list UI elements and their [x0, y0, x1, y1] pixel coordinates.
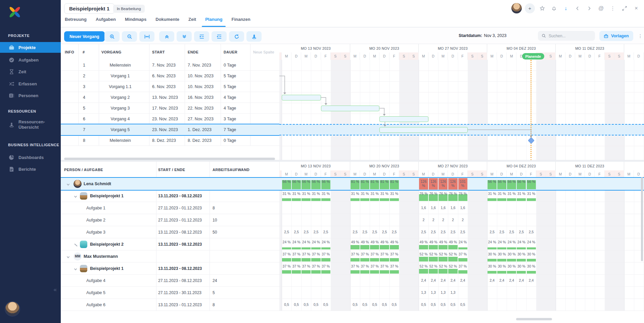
table-row[interactable]: 2Vorgang 16. Nov. 202310. Nov. 20235 Tag… [61, 71, 279, 81]
utilization-cell: 49 % [360, 238, 370, 250]
cell-dates: 27.11.2023 - 01.12.2023 [158, 214, 202, 226]
column-header-start: START [152, 44, 165, 60]
search-input[interactable] [549, 34, 586, 38]
chevron-down-icon[interactable] [66, 254, 70, 258]
task-row[interactable]: Aufgabe 127.11.2023 - 01.12.202381,61,61… [61, 202, 644, 214]
expand-all-button[interactable] [177, 31, 192, 42]
project-row[interactable]: Beispielprojekt 113.11.2023 - 08.12.2023… [61, 190, 644, 202]
kebab-icon[interactable]: ⋮ [608, 4, 617, 13]
gantt-bar[interactable] [379, 116, 428, 122]
person-row[interactable]: Lena Schmidt56 %56 %56 %56 %56 %81 %81 %… [61, 177, 644, 191]
star-icon[interactable] [538, 4, 547, 13]
utilization-bar [302, 270, 311, 274]
table-row[interactable]: 7Vorgang 523. Nov. 20231. Dez. 20237 Tag… [61, 124, 279, 136]
right-scrollbar[interactable] [641, 177, 643, 261]
chevron-down-icon[interactable] [66, 182, 70, 186]
tab-planung[interactable]: Planung [205, 17, 222, 27]
sidebar-item-personen[interactable]: Personen [0, 90, 61, 101]
utilization-cell: 49 % [438, 238, 448, 250]
indent-button[interactable] [194, 31, 209, 42]
chevron-down-icon[interactable] [74, 194, 78, 198]
grid-line [282, 60, 282, 160]
sidebar-item-berichte[interactable]: Berichte [0, 164, 61, 174]
table-row[interactable]: 5Vorgang 317. Nov. 202322. Nov. 20234 Ta… [61, 103, 279, 114]
toolbar-kebab-icon[interactable]: ⋮ [638, 32, 643, 40]
utilization-value: 2,5 [438, 230, 448, 234]
tab-dokumente[interactable]: Dokumente [155, 17, 179, 27]
sidebar-user-avatar[interactable] [5, 301, 20, 317]
person-row[interactable]: MMMax Mustermann37 %37 %37 %37 %37 %37 %… [61, 250, 644, 263]
milestone-diamond[interactable] [528, 137, 535, 144]
link-icon[interactable]: @ [597, 4, 605, 13]
table-row[interactable]: 3Vorgang 1.16. Nov. 202310. Nov. 20235 T… [61, 81, 279, 92]
chevron-down-icon[interactable] [74, 267, 78, 271]
download-icon[interactable]: ↓ [561, 4, 570, 13]
tab-mindmaps[interactable]: Mindmaps [125, 17, 146, 27]
toolbar-zoom-group [104, 31, 154, 42]
zoom-in-button[interactable] [104, 31, 120, 42]
utilization-bar [527, 259, 536, 261]
refresh-button[interactable] [229, 31, 244, 42]
task-row[interactable]: Aufgabe 427.11.2023 - 08.12.2023242,42,4… [61, 275, 644, 287]
left-table-scrollbar[interactable] [64, 158, 275, 160]
add-column-button[interactable]: Neue Spalte [253, 44, 274, 60]
sidebar-item-dashboards[interactable]: Dashboards [0, 152, 61, 163]
table-row[interactable]: 8Meilenstein8. Dez. 20238. Dez. 20230 Ta… [61, 135, 279, 146]
close-icon[interactable]: ✕ [632, 4, 641, 13]
new-task-button[interactable]: Neuer Vorgang [64, 31, 105, 42]
row-line [279, 71, 644, 71]
sidebar-item-ressourcen-bersicht[interactable]: Ressourcen-Übersicht [0, 117, 61, 133]
resource-button[interactable] [246, 31, 262, 42]
templates-button[interactable]: Vorlagen [599, 31, 633, 41]
utilization-bar [282, 198, 291, 201]
bottom-scrollbar[interactable] [516, 318, 552, 320]
app-logo-icon[interactable] [7, 5, 22, 19]
fit-width-button[interactable] [139, 31, 154, 42]
day-header-cell: D [634, 170, 644, 178]
project-row[interactable]: Beispielprojekt 213.11.2023 - 08.12.2023… [61, 238, 644, 250]
gantt-bar[interactable] [321, 106, 380, 111]
chevron-right-icon[interactable] [585, 4, 594, 13]
person-pin-icon [9, 122, 14, 128]
sidebar-item-label: Ressourcen-Übersicht [18, 119, 61, 130]
plus-icon[interactable]: + [525, 3, 535, 13]
resize-icon[interactable] [620, 4, 629, 13]
outdent-button[interactable] [212, 31, 227, 42]
utilization-value: 0,5 [360, 302, 370, 307]
sidebar-item-zeit[interactable]: Zeit [0, 66, 61, 77]
tab-betreuung[interactable]: Betreuung [65, 17, 87, 27]
sidebar-item-erfassen[interactable]: Erfassen [0, 78, 61, 89]
utilization-bar [439, 245, 448, 249]
user-avatar[interactable] [511, 3, 522, 13]
zoom-out-button[interactable] [122, 31, 137, 42]
project-row[interactable]: Beispielprojekt 113.11.2023 - 08.12.2023… [61, 263, 644, 275]
chevron-left-icon[interactable] [573, 4, 582, 13]
task-row[interactable]: Aufgabe 613.11.2023 - 01.12.202380,50,50… [61, 299, 644, 311]
utilization-value: 52 % [428, 252, 438, 256]
task-row[interactable]: Aufgabe 227.11.2023 - 01.12.20231022222 [61, 214, 644, 226]
utilization-cell: 37 % [370, 250, 379, 262]
utilization-cell: 24 % [282, 238, 291, 250]
collapse-all-button[interactable] [159, 31, 174, 42]
start-date[interactable]: Startdatum: Nov 3, 2023 [459, 28, 507, 44]
utilization-value: 37 % [389, 252, 399, 256]
week-header-cell: MO 13 NOV 2023 [282, 162, 350, 170]
sidebar-item-aufgaben[interactable]: Aufgaben [0, 54, 61, 65]
utilization-bar [488, 198, 497, 201]
table-row[interactable]: 1Meilenstein7. Nov. 20237. Nov. 20230 Ta… [61, 60, 279, 71]
project-title[interactable]: Beispielprojekt 1 [64, 3, 114, 14]
table-row[interactable]: 4Vorgang 213. Nov. 202316. Nov. 20234 Ta… [61, 92, 279, 103]
chevron-right-icon[interactable] [74, 242, 78, 246]
table-row[interactable]: 6Vorgang 423. Nov. 202327. Nov. 20233 Ta… [61, 114, 279, 124]
task-row[interactable]: Aufgabe 313.11.2023 - 08.12.2023502,52,5… [61, 226, 644, 238]
sidebar-item-projekte[interactable]: Projekte [0, 42, 61, 53]
gantt-bar[interactable] [379, 127, 467, 133]
task-row[interactable]: Aufgabe 527.11.2023 - 30.11.202351,31,31… [61, 287, 644, 299]
tab-aufgaben[interactable]: Aufgaben [96, 17, 116, 27]
bell-icon[interactable] [550, 4, 558, 13]
sidebar-collapse-button[interactable]: « [54, 286, 56, 293]
tab-zeit[interactable]: Zeit [188, 17, 196, 27]
tab-finanzen[interactable]: Finanzen [231, 17, 250, 27]
grid-line [389, 60, 390, 160]
gantt-bar[interactable] [282, 95, 321, 100]
